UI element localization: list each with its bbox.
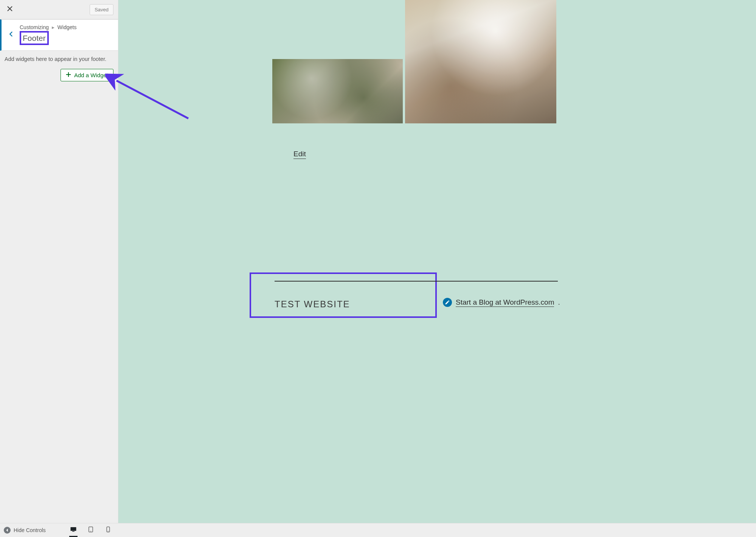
svg-rect-5 [70, 527, 76, 531]
chevron-left-icon [8, 31, 15, 39]
customizer-app: Saved Customizing ▸ Widgets [0, 0, 756, 537]
preview-image [272, 59, 403, 123]
preview-body: Edit TEST WEBSITE [118, 0, 756, 360]
sidebar-topbar: Saved [0, 0, 118, 19]
preview-image [405, 0, 556, 123]
section-title: Footer [20, 31, 49, 45]
breadcrumb-parent: Customizing [20, 24, 49, 30]
preview-footer-highlight: TEST WEBSITE [250, 272, 437, 318]
wp-blog-link-period: . [558, 298, 560, 307]
sidebar-header: Customizing ▸ Widgets Footer [0, 19, 118, 51]
breadcrumb-separator: ▸ [52, 24, 54, 30]
wp-blog-link-text: Start a Blog at WordPress.com [456, 298, 554, 307]
tablet-icon [87, 526, 94, 534]
footer-divider [275, 281, 558, 282]
pencil-badge-icon [443, 298, 452, 307]
close-button[interactable] [5, 4, 15, 15]
mobile-icon [105, 526, 112, 534]
svg-marker-4 [6, 529, 8, 532]
hide-controls-button[interactable]: Hide Controls [4, 527, 46, 534]
breadcrumb: Customizing ▸ Widgets Footer [20, 24, 76, 45]
preview-image-row [272, 0, 756, 123]
main-area: Saved Customizing ▸ Widgets [0, 0, 756, 523]
device-desktop-button[interactable] [68, 525, 78, 535]
saved-button: Saved [90, 4, 113, 15]
sidebar-body: Add widgets here to appear in your foote… [0, 51, 118, 523]
collapse-icon [4, 527, 11, 534]
wp-blog-link[interactable]: Start a Blog at WordPress.com . [443, 298, 560, 307]
footer-site-title: TEST WEBSITE [275, 299, 412, 310]
device-mobile-button[interactable] [103, 525, 113, 535]
customizer-sidebar: Saved Customizing ▸ Widgets [0, 0, 118, 523]
bottom-bar: Hide Controls [0, 523, 756, 537]
breadcrumb-line: Customizing ▸ Widgets [20, 24, 76, 30]
close-icon [7, 6, 13, 13]
section-description: Add widgets here to appear in your foote… [5, 56, 113, 62]
plus-icon [66, 72, 71, 78]
hide-controls-label: Hide Controls [14, 527, 46, 533]
add-widget-button[interactable]: Add a Widget [61, 69, 113, 81]
device-tablet-button[interactable] [86, 525, 96, 535]
svg-rect-6 [72, 531, 75, 532]
site-preview[interactable]: Edit TEST WEBSITE [118, 0, 756, 523]
desktop-icon [70, 526, 77, 534]
edit-link[interactable]: Edit [293, 150, 306, 159]
add-widget-label: Add a Widget [74, 72, 108, 78]
add-widget-row: Add a Widget [5, 69, 113, 81]
breadcrumb-child: Widgets [57, 24, 77, 30]
device-switcher [68, 525, 113, 535]
back-button[interactable] [7, 27, 16, 42]
preview-wrap: Edit TEST WEBSITE [118, 0, 756, 523]
